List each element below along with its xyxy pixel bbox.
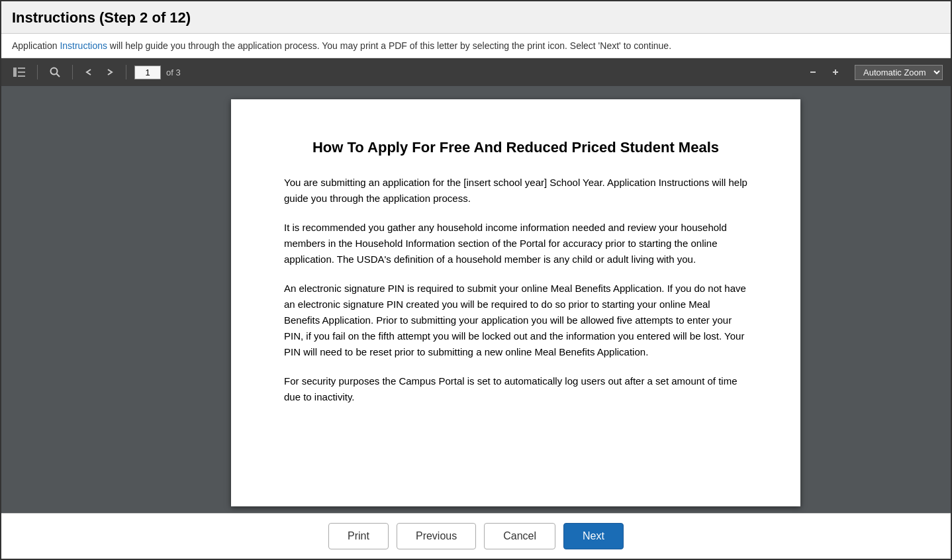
instruction-bar: Application Instructions will help guide… (1, 34, 951, 58)
svg-rect-2 (18, 71, 25, 73)
prev-page-button[interactable] (81, 66, 97, 79)
svg-rect-3 (18, 75, 25, 77)
pdf-paragraph-4: For security purposes the Campus Portal … (284, 373, 747, 405)
toolbar-divider-1 (37, 65, 38, 79)
pdf-paragraph-3: An electronic signature PIN is required … (284, 281, 747, 360)
svg-point-4 (51, 68, 58, 75)
previous-button[interactable]: Previous (397, 523, 476, 549)
toolbar-divider-3 (126, 65, 126, 79)
pdf-viewer-wrapper: How To Apply For Free And Reduced Priced… (1, 86, 951, 513)
next-button[interactable]: Next (563, 523, 624, 549)
pdf-page: How To Apply For Free And Reduced Priced… (231, 99, 800, 506)
cancel-button[interactable]: Cancel (484, 523, 555, 549)
pdf-viewer-area[interactable]: How To Apply For Free And Reduced Priced… (81, 86, 951, 513)
pdf-paragraph-2: It is recommended you gather any househo… (284, 220, 747, 267)
svg-rect-1 (18, 68, 25, 69)
zoom-out-button[interactable] (804, 65, 822, 79)
instruction-text-after: will help guide you through the applicat… (107, 40, 671, 51)
bottom-bar: Print Previous Cancel Next (1, 513, 951, 559)
next-page-button[interactable] (102, 66, 118, 79)
sidebar-toggle-button[interactable] (9, 65, 29, 79)
zoom-in-button[interactable] (827, 65, 844, 79)
pdf-paragraph-1: You are submitting an application for th… (284, 175, 747, 207)
pdf-document-title: How To Apply For Free And Reduced Priced… (284, 139, 747, 156)
zoom-select[interactable]: Automatic Zoom 50% 75% 100% 125% 150% (855, 65, 943, 80)
page-header: Instructions (Step 2 of 12) (1, 1, 951, 34)
pdf-toolbar: of 3 Automatic Zoom 50% 75% 100% 125% 15… (1, 58, 951, 86)
search-button[interactable] (46, 64, 64, 80)
svg-rect-0 (13, 68, 17, 77)
svg-line-5 (57, 74, 60, 77)
instruction-text-before: Application (12, 40, 60, 51)
page-title: Instructions (Step 2 of 12) (12, 9, 191, 26)
toolbar-divider-2 (72, 65, 73, 79)
page-of-label: of 3 (166, 68, 181, 77)
pdf-sidebar (1, 86, 81, 513)
instructions-link[interactable]: Instructions (60, 40, 107, 51)
print-button[interactable]: Print (328, 523, 389, 549)
page-number-input[interactable] (134, 66, 161, 79)
